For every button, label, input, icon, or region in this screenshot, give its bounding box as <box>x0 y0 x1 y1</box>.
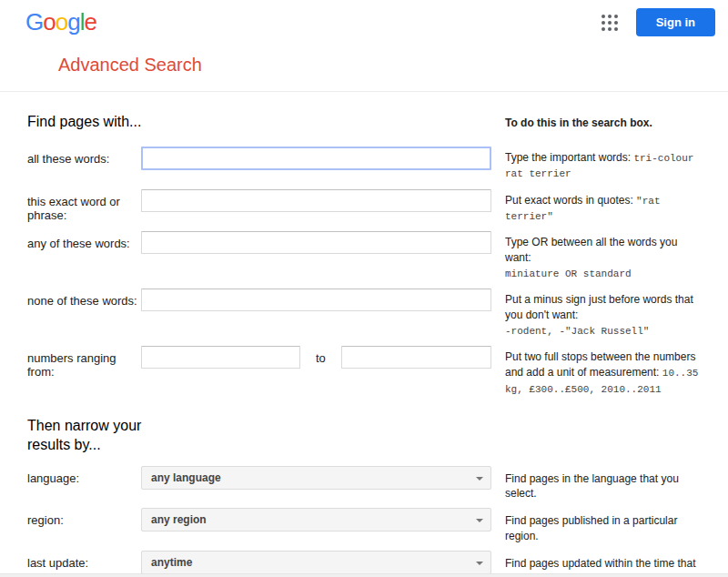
last-update-selected-value: anytime <box>151 556 192 569</box>
hint-example-text: -rodent, -"Jack Russell" <box>505 326 649 337</box>
narrow-results-form: language:any languageFind pages in the l… <box>27 466 701 577</box>
language-selected-value: any language <box>151 471 221 484</box>
form-row-all-these-words: all these words:Type the important words… <box>27 147 701 182</box>
to-label: to <box>316 349 326 365</box>
hint-numbers-ranging-from: Put two full stops between the numbers a… <box>491 346 701 397</box>
hint-text: Put exact words in quotes: <box>505 194 636 207</box>
numbers-from-input[interactable] <box>141 346 300 369</box>
last-update-select[interactable]: anytime <box>141 551 491 574</box>
top-bar: Google Sign in <box>0 0 728 36</box>
exact-word-or-phrase-input[interactable] <box>141 189 491 212</box>
form-row-language: language:any languageFind pages in the l… <box>27 466 701 502</box>
label-language: language: <box>27 466 141 485</box>
control-exact-word-or-phrase <box>141 189 491 212</box>
label-region: region: <box>27 508 141 527</box>
find-section-header-row: Find pages with... To do this in the sea… <box>27 114 701 131</box>
form-row-any-of-these-words: any of these words:Type OR between all t… <box>27 231 701 281</box>
logo-letter: o <box>43 8 55 35</box>
region-selected-value: any region <box>151 513 207 526</box>
hint-text: Find pages published in a particular reg… <box>505 514 677 542</box>
logo-letter: g <box>67 8 79 35</box>
label-any-of-these-words: any of these words: <box>27 231 141 250</box>
find-pages-form: all these words:Type the important words… <box>27 147 701 397</box>
narrow-heading-line2: results by... <box>27 436 701 455</box>
narrow-heading-line1: Then narrow your <box>27 417 701 436</box>
label-numbers-ranging-from: numbers ranging from: <box>27 346 141 379</box>
region-select[interactable]: any region <box>141 508 491 531</box>
google-logo[interactable]: Google <box>25 8 96 36</box>
hint-region: Find pages published in a particular reg… <box>491 508 701 544</box>
hint-exact-word-or-phrase: Put exact words in quotes: "rat terrier" <box>491 189 701 225</box>
none-of-these-words-input[interactable] <box>141 288 491 311</box>
logo-letter: G <box>25 8 43 35</box>
language-select[interactable]: any language <box>141 466 491 490</box>
control-any-of-these-words <box>141 231 491 254</box>
hint-all-these-words: Type the important words: tri-colour rat… <box>491 147 701 182</box>
hint-example-text: miniature OR standard <box>505 268 632 279</box>
label-last-update: last update: <box>27 551 141 570</box>
form-row-numbers-ranging-from: numbers ranging from:toPut two full stop… <box>27 346 701 397</box>
hint-none-of-these-words: Put a minus sign just before words that … <box>491 288 701 339</box>
sign-in-button[interactable]: Sign in <box>636 8 715 36</box>
control-last-update: anytime <box>141 551 491 574</box>
footer-bar <box>0 573 728 577</box>
apps-grid-icon[interactable] <box>602 15 618 31</box>
advanced-search-form: Find pages with... To do this in the sea… <box>0 92 728 577</box>
page-title: Advanced Search <box>58 55 728 76</box>
chevron-down-icon <box>476 477 483 481</box>
control-all-these-words <box>141 147 491 170</box>
hint-language: Find pages in the language that you sele… <box>491 466 701 502</box>
numbers-to-input[interactable] <box>341 346 491 369</box>
hint-text: Find pages in the language that you sele… <box>505 472 679 501</box>
chevron-down-icon <box>476 519 483 522</box>
label-none-of-these-words: none of these words: <box>27 288 141 308</box>
find-pages-heading: Find pages with... <box>27 114 491 130</box>
control-region: any region <box>141 508 491 531</box>
form-row-exact-word-or-phrase: this exact word or phrase:Put exact word… <box>27 189 701 225</box>
any-of-these-words-input[interactable] <box>141 231 491 254</box>
label-exact-word-or-phrase: this exact word or phrase: <box>27 189 141 222</box>
logo-letter: e <box>84 8 96 35</box>
label-all-these-words: all these words: <box>27 147 141 166</box>
numbers-range-controls: to <box>141 346 491 369</box>
form-row-none-of-these-words: none of these words:Put a minus sign jus… <box>27 288 701 339</box>
narrow-results-heading: Then narrow your results by... <box>27 417 701 455</box>
header-actions: Sign in <box>602 8 715 36</box>
control-language: any language <box>141 466 491 490</box>
chevron-down-icon <box>476 562 483 565</box>
hints-heading: To do this in the search box. <box>491 114 701 131</box>
hint-text: Type OR between all the words you want: <box>505 236 677 264</box>
logo-letter: o <box>56 8 67 35</box>
control-numbers-ranging-from: to <box>141 346 491 369</box>
hint-any-of-these-words: Type OR between all the words you want:m… <box>491 231 701 281</box>
all-these-words-input[interactable] <box>141 147 491 170</box>
form-row-region: region:any regionFind pages published in… <box>27 508 701 544</box>
hint-text: Type the important words: <box>505 151 633 164</box>
control-none-of-these-words <box>141 288 491 311</box>
hint-text: Put a minus sign just before words that … <box>505 293 693 321</box>
